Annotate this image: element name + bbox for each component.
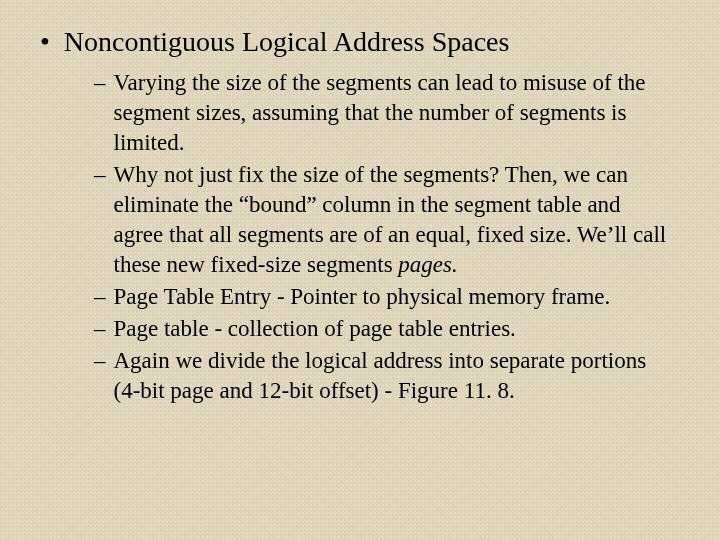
bullet-text: Varying the size of the segments can lea… bbox=[114, 68, 677, 158]
list-item: – Page table - collection of page table … bbox=[94, 314, 676, 344]
bullet-dot-icon: • bbox=[40, 24, 50, 60]
pages-emphasis: pages. bbox=[398, 252, 457, 277]
dash-icon: – bbox=[94, 346, 106, 376]
bullet-text: Page Table Entry - Pointer to physical m… bbox=[114, 282, 677, 312]
bullet-text: Page table - collection of page table en… bbox=[114, 314, 677, 344]
bullet-text: Again we divide the logical address into… bbox=[114, 346, 677, 406]
list-item: – Varying the size of the segments can l… bbox=[94, 68, 676, 158]
bullet-text-main: Why not just fix the size of the segment… bbox=[114, 162, 667, 277]
slide-title: Noncontiguous Logical Address Spaces bbox=[64, 24, 510, 60]
bullet-text: Why not just fix the size of the segment… bbox=[114, 160, 677, 280]
main-bullet: • Noncontiguous Logical Address Spaces bbox=[36, 24, 684, 60]
dash-icon: – bbox=[94, 68, 106, 98]
dash-icon: – bbox=[94, 160, 106, 190]
slide-content: • Noncontiguous Logical Address Spaces –… bbox=[0, 0, 720, 540]
list-item: – Why not just fix the size of the segme… bbox=[94, 160, 676, 280]
dash-icon: – bbox=[94, 314, 106, 344]
dash-icon: – bbox=[94, 282, 106, 312]
sub-bullet-list: – Varying the size of the segments can l… bbox=[94, 68, 676, 406]
list-item: – Again we divide the logical address in… bbox=[94, 346, 676, 406]
list-item: – Page Table Entry - Pointer to physical… bbox=[94, 282, 676, 312]
